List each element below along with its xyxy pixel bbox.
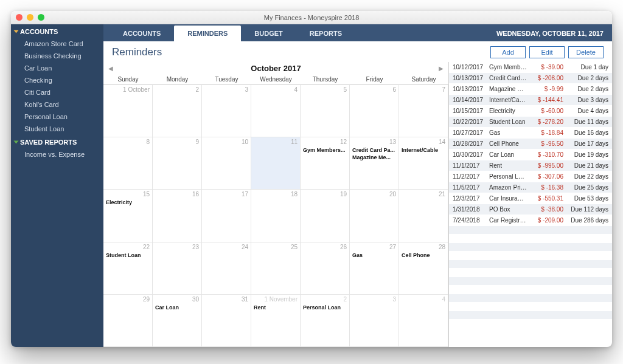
tab-budget[interactable]: BUDGET <box>241 26 296 41</box>
calendar-event[interactable]: Student Loan <box>106 252 150 259</box>
reminder-row[interactable]: 10/13/2017Credit Card Payment$ -208.00Du… <box>449 73 612 84</box>
reminder-name: Student Loan <box>489 118 527 125</box>
calendar-cell[interactable]: 11 <box>251 137 301 190</box>
day-number: 29 <box>143 296 150 303</box>
calendar-cell[interactable]: 1 October <box>103 85 153 137</box>
calendar-cell[interactable]: 8 <box>103 137 153 190</box>
empty-row <box>449 269 612 277</box>
reminder-list: 10/12/2017Gym Membership$ -39.00Due 1 da… <box>449 62 612 347</box>
add-button[interactable]: Add <box>490 46 526 58</box>
calendar-cell[interactable]: 18 <box>251 190 301 242</box>
calendar-event[interactable]: Cell Phone <box>402 252 445 259</box>
reminder-due: Due 4 days <box>567 108 608 114</box>
reminder-due: Due 3 days <box>567 97 608 103</box>
day-number: 3 <box>245 86 248 93</box>
reminder-row[interactable]: 7/24/2018Car Registration$ -209.00Due 28… <box>449 215 612 226</box>
reminder-row[interactable]: 10/12/2017Gym Membership$ -39.00Due 1 da… <box>449 62 612 73</box>
calendar-event[interactable]: Electricity <box>106 199 150 207</box>
day-number: 19 <box>340 191 347 197</box>
reminder-row[interactable]: 10/28/2017Cell Phone$ -96.50Due 17 days <box>449 139 612 149</box>
calendar-cell[interactable]: 7 <box>399 85 448 137</box>
titlebar: My Finances - Moneyspire 2018 <box>11 11 612 24</box>
calendar-event[interactable]: Magazine Me... <box>352 154 396 162</box>
calendar-cell[interactable]: 28Cell Phone <box>399 242 448 295</box>
reminder-row[interactable]: 10/30/2017Car Loan$ -310.70Due 19 days <box>449 149 612 160</box>
sidebar-item[interactable]: Car Loan <box>11 62 103 74</box>
calendar-event[interactable]: Gas <box>352 252 396 259</box>
tab-reports[interactable]: REPORTS <box>296 26 355 41</box>
calendar-event[interactable]: Credit Card Pa... <box>352 147 396 154</box>
calendar-event[interactable]: Rent <box>254 304 298 312</box>
calendar-cell[interactable]: 2 <box>153 85 202 137</box>
sidebar-item[interactable]: Personal Loan <box>11 111 103 123</box>
sidebar-item[interactable]: Student Loan <box>11 123 103 135</box>
tab-accounts[interactable]: ACCOUNTS <box>110 26 174 41</box>
calendar-cell[interactable]: 10 <box>202 137 251 190</box>
day-number: 9 <box>195 139 199 145</box>
reminder-row[interactable]: 1/31/2018PO Box$ -38.00Due 112 days <box>449 204 612 215</box>
reminder-row[interactable]: 12/3/2017Car Insurance$ -550.31Due 53 da… <box>449 193 612 204</box>
day-number: 23 <box>192 244 199 250</box>
calendar-cell[interactable]: 2Personal Loan <box>301 295 350 347</box>
reminder-row[interactable]: 11/1/2017Rent$ -995.00Due 21 days <box>449 160 612 171</box>
sidebar-section[interactable]: ACCOUNTS <box>11 24 103 38</box>
reminder-name: Car Registration <box>489 217 527 224</box>
empty-row <box>449 260 612 269</box>
calendar-prev-button[interactable]: ◀ <box>108 65 113 72</box>
calendar-cell[interactable]: 16 <box>153 190 202 242</box>
calendar-cell[interactable]: 1 NovemberRent <box>251 295 301 347</box>
reminder-row[interactable]: 11/5/2017Amazon Prime$ -16.38Due 25 days <box>449 182 612 193</box>
sidebar-item[interactable]: Amazon Store Card <box>11 38 103 50</box>
calendar-cell[interactable]: 21 <box>399 190 448 242</box>
calendar-cell[interactable]: 5 <box>301 85 350 137</box>
edit-button[interactable]: Edit <box>529 46 565 58</box>
calendar-cell[interactable]: 27Gas <box>350 242 399 295</box>
calendar-cell[interactable]: 29 <box>103 295 153 347</box>
calendar-cell[interactable]: 17 <box>202 190 251 242</box>
calendar-cell[interactable]: 4 <box>399 295 448 347</box>
calendar-cell[interactable]: 14Internet/Cable <box>399 137 448 190</box>
delete-button[interactable]: Delete <box>568 46 604 58</box>
reminder-row[interactable]: 10/15/2017Electricity$ -60.00Due 4 days <box>449 106 612 117</box>
calendar-cell[interactable]: 26 <box>301 242 350 295</box>
calendar-cell[interactable]: 23 <box>153 242 202 295</box>
calendar-cell[interactable]: 19 <box>301 190 350 242</box>
calendar-cell[interactable]: 25 <box>251 242 301 295</box>
sidebar-item[interactable]: Business Checking <box>11 50 103 62</box>
reminder-name: Gas <box>489 129 527 136</box>
reminder-name: PO Box <box>489 206 527 213</box>
reminder-row[interactable]: 10/22/2017Student Loan$ -278.20Due 11 da… <box>449 117 612 128</box>
calendar-next-button[interactable]: ▶ <box>439 65 444 72</box>
reminder-row[interactable]: 10/14/2017Internet/Cable$ -144.41Due 3 d… <box>449 95 612 106</box>
calendar-cell[interactable]: 31 <box>202 295 251 347</box>
calendar-cell[interactable]: 24 <box>202 242 251 295</box>
dayname: Thursday <box>301 74 350 84</box>
calendar-event[interactable]: Car Loan <box>155 304 199 312</box>
calendar-cell[interactable]: 3 <box>202 85 251 137</box>
sidebar-item[interactable]: Checking <box>11 74 103 86</box>
sidebar-item[interactable]: Income vs. Expense <box>11 148 103 160</box>
calendar-cell[interactable]: 30Car Loan <box>153 295 202 347</box>
calendar-event[interactable]: Gym Members... <box>303 147 347 154</box>
calendar-cell[interactable]: 6 <box>350 85 399 137</box>
calendar-cell[interactable]: 3 <box>350 295 399 347</box>
day-number: 20 <box>389 191 396 197</box>
calendar-cell[interactable]: 12Gym Members... <box>301 137 350 190</box>
calendar-event[interactable]: Personal Loan <box>303 304 347 312</box>
calendar-event[interactable]: Internet/Cable <box>402 147 445 154</box>
reminder-row[interactable]: 11/2/2017Personal Loan$ -307.06Due 22 da… <box>449 171 612 182</box>
dayname: Tuesday <box>202 74 251 84</box>
reminder-row[interactable]: 10/27/2017Gas$ -18.84Due 16 days <box>449 128 612 139</box>
sidebar-item[interactable]: Kohl's Card <box>11 98 103 111</box>
calendar-cell[interactable]: 9 <box>153 137 202 190</box>
calendar-cell[interactable]: 4 <box>251 85 301 137</box>
calendar-cell[interactable]: 20 <box>350 190 399 242</box>
calendar-cell[interactable]: 13Credit Card Pa...Magazine Me... <box>350 137 399 190</box>
reminder-row[interactable]: 10/13/2017Magazine Membership$ -9.99Due … <box>449 84 612 95</box>
sidebar-section[interactable]: SAVED REPORTS <box>11 135 103 148</box>
sidebar-item[interactable]: Citi Card <box>11 86 103 98</box>
reminder-amount: $ -278.20 <box>531 118 563 125</box>
calendar-cell[interactable]: 22Student Loan <box>103 242 153 295</box>
tab-reminders[interactable]: REMINDERS <box>174 26 241 41</box>
calendar-cell[interactable]: 15Electricity <box>103 190 153 242</box>
